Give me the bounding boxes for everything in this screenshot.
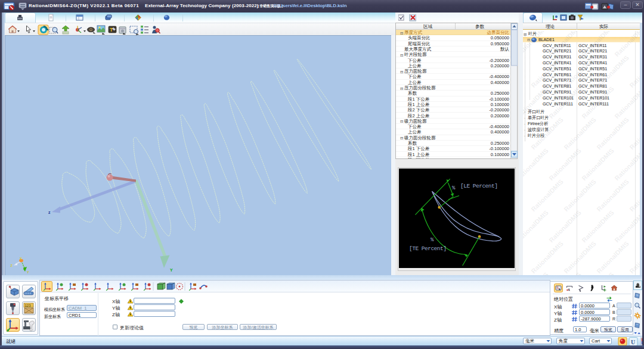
svg-text:Y: Y <box>27 270 29 274</box>
svg-text:z: z <box>48 210 51 214</box>
svg-text:123: 123 <box>25 304 32 307</box>
svg-text:T: T <box>110 27 113 33</box>
svg-text:U: U <box>631 339 635 345</box>
svg-text:X: X <box>20 257 22 260</box>
svg-text:%: % <box>452 185 456 191</box>
svg-text:%: % <box>431 237 434 243</box>
svg-text:Y: Y <box>170 268 173 272</box>
svg-text:[LE Percent]: [LE Percent] <box>460 183 497 189</box>
svg-text:Z: Z <box>11 264 13 267</box>
svg-text:[TE Percent]: [TE Percent] <box>409 245 446 252</box>
